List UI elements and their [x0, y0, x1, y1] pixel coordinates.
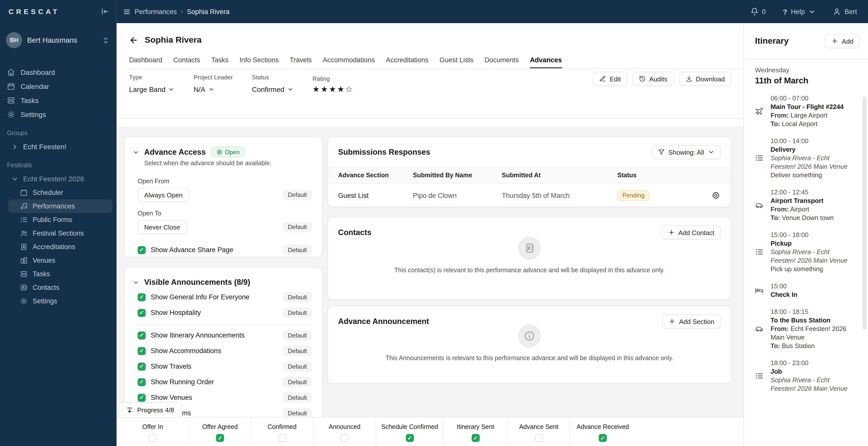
- topbar-logo-section: CRESCAT: [0, 0, 117, 23]
- rating-stars[interactable]: ★★★★☆: [312, 84, 353, 94]
- tab-advances[interactable]: Advances: [530, 56, 562, 68]
- announcement-checkbox[interactable]: [137, 362, 146, 371]
- itinerary-event[interactable]: 12:00 - 12:45 Airport Transport From: Ai…: [755, 188, 855, 222]
- tab-info-sections[interactable]: Info Sections: [240, 56, 279, 68]
- default-badge: Default: [283, 307, 312, 318]
- status-checkbox[interactable]: [471, 434, 479, 442]
- sidebar-item-tasks[interactable]: Tasks: [0, 93, 117, 107]
- add-section-button[interactable]: Add Section: [662, 314, 721, 328]
- menu-icon[interactable]: [123, 8, 131, 15]
- breadcrumb-section[interactable]: Performances: [135, 8, 177, 15]
- sidebar-group-label: Echt Feesten!: [23, 142, 67, 151]
- progress-button[interactable]: Progress 4/8: [119, 402, 182, 418]
- sidebar-collapse-icon[interactable]: [101, 7, 109, 15]
- tab-tasks[interactable]: Tasks: [211, 56, 228, 68]
- bell-icon: [750, 7, 758, 15]
- open-from-button[interactable]: Always Open: [137, 188, 189, 202]
- itinerary-event[interactable]: 06:00 - 07:00 Main Tour - Flight #2244 F…: [755, 94, 855, 128]
- status-checkbox[interactable]: [149, 434, 157, 442]
- type-dropdown[interactable]: Large Band: [129, 85, 175, 93]
- download-button[interactable]: Download: [679, 72, 732, 86]
- sidebar-item-label: Tasks: [21, 96, 39, 104]
- rating-field: Rating ★★★★☆: [312, 75, 353, 94]
- tab-accreditations[interactable]: Accreditations: [386, 56, 429, 68]
- user-menu[interactable]: Bert: [833, 7, 857, 15]
- sidebar-festival-echt-feesten-2026[interactable]: Echt Feesten! 2026: [0, 172, 117, 186]
- sidebar-item-scheduler[interactable]: Scheduler: [0, 186, 117, 199]
- sidebar-item-dashboard[interactable]: Dashboard: [0, 65, 117, 79]
- sidebar-item-festival-contacts[interactable]: Contacts: [0, 281, 117, 294]
- tab-guest-lists[interactable]: Guest Lists: [439, 56, 473, 68]
- history-icon: [639, 75, 646, 83]
- itinerary-event[interactable]: 18:00 - 18:15 To the Buss Station From: …: [755, 307, 855, 350]
- status-checkbox[interactable]: [599, 434, 607, 442]
- help-menu[interactable]: ? Help: [783, 7, 816, 16]
- announcement-label: Show Running Order: [151, 378, 278, 386]
- tab-accommodations[interactable]: Accommodations: [323, 56, 375, 68]
- share-page-checkbox[interactable]: [137, 246, 146, 254]
- submission-row[interactable]: Guest List Pipo de Clown Thursday 5th of…: [328, 184, 731, 207]
- visibility-icon: [216, 149, 222, 155]
- announcement-checkbox[interactable]: [137, 309, 146, 317]
- itinerary-event[interactable]: 10:00 - 14:00 Delivery Sophia Rivera - E…: [755, 137, 855, 179]
- tab-documents[interactable]: Documents: [485, 56, 519, 68]
- project-leader-dropdown[interactable]: N/A: [194, 85, 233, 93]
- announcement-checkbox[interactable]: [137, 293, 146, 301]
- sidebar-item-settings[interactable]: Settings: [0, 107, 117, 122]
- notifications-button[interactable]: 0: [750, 7, 766, 15]
- default-badge: Default: [283, 392, 312, 403]
- default-badge: Default: [283, 346, 312, 356]
- status-checkbox[interactable]: [406, 434, 414, 442]
- view-submission-button[interactable]: [712, 191, 731, 199]
- collapse-chevron-icon[interactable]: [133, 149, 139, 156]
- event-time: 10:00 - 14:00: [771, 137, 855, 145]
- itinerary-event[interactable]: 18:00 - 23:00 Job Sophia Rivera - Echt F…: [755, 359, 855, 393]
- sidebar-user-switcher[interactable]: BH Bert Hausmans: [0, 28, 117, 52]
- audits-button[interactable]: Audits: [632, 72, 674, 86]
- itinerary-scrollbar[interactable]: [863, 96, 867, 329]
- sidebar-group-echt-feesten[interactable]: Echt Feesten!: [0, 139, 117, 154]
- sidebar-item-accreditations[interactable]: Accreditations: [0, 240, 117, 254]
- announcement-checkbox[interactable]: [137, 331, 146, 339]
- tab-travels[interactable]: Travels: [290, 56, 312, 68]
- sidebar-item-calendar[interactable]: Calendar: [0, 79, 117, 93]
- top-bar: CRESCAT Performances › Sophia Rivera 0 ?…: [0, 0, 868, 23]
- showing-filter-button[interactable]: Showing: All: [651, 145, 721, 159]
- column-submitted-by: Submitted By Name: [413, 172, 502, 179]
- chevrons-up-down-icon: [102, 36, 110, 44]
- submission-section: Guest List: [328, 192, 413, 199]
- status-checkbox[interactable]: [278, 434, 286, 442]
- collapse-chevron-icon[interactable]: [133, 279, 139, 286]
- status-checkbox[interactable]: [341, 434, 349, 442]
- event-to: Local Airport: [782, 120, 817, 128]
- tab-dashboard[interactable]: Dashboard: [129, 56, 162, 68]
- sidebar-item-festival-sections[interactable]: Festival Sections: [0, 226, 117, 240]
- add-itinerary-button[interactable]: Add: [825, 34, 860, 48]
- itinerary-event[interactable]: 15:00 Check In: [755, 282, 855, 299]
- sidebar-item-public-forms[interactable]: Public Forms: [0, 213, 117, 226]
- sidebar-item-festival-tasks[interactable]: Tasks: [0, 267, 117, 281]
- event-time: 12:00 - 12:45: [771, 188, 834, 196]
- divider: [137, 324, 312, 325]
- itinerary-event[interactable]: 15:00 - 18:00 Pickup Sophia Rivera - Ech…: [755, 230, 855, 273]
- tab-contacts[interactable]: Contacts: [173, 56, 200, 68]
- contacts-card: Contacts Add Contact This contact(s) is …: [328, 217, 732, 300]
- default-badge: Default: [283, 292, 312, 302]
- open-to-button[interactable]: Never Close: [137, 220, 187, 234]
- default-badge: Default: [283, 377, 312, 387]
- announcement-checkbox[interactable]: [137, 347, 146, 355]
- edit-button[interactable]: Edit: [593, 72, 627, 86]
- sidebar-user-name: Bert Hausmans: [27, 36, 97, 44]
- announcement-checkbox[interactable]: [137, 393, 146, 402]
- announcement-checkbox[interactable]: [137, 378, 146, 386]
- sidebar-item-festival-settings[interactable]: Settings: [0, 294, 117, 308]
- sidebar-item-performances[interactable]: Performances: [8, 199, 113, 213]
- crescat-logo: CRESCAT: [8, 7, 60, 15]
- back-button[interactable]: [129, 36, 138, 45]
- status-checkbox[interactable]: [535, 434, 543, 442]
- sidebar-item-venues[interactable]: Venues: [0, 254, 117, 267]
- add-contact-button[interactable]: Add Contact: [661, 225, 721, 240]
- status-dropdown[interactable]: Confirmed: [252, 85, 293, 93]
- status-checkbox[interactable]: [216, 434, 224, 442]
- itinerary-list[interactable]: Wednesday 11th of March 06:00 - 07:00 Ma…: [744, 59, 868, 393]
